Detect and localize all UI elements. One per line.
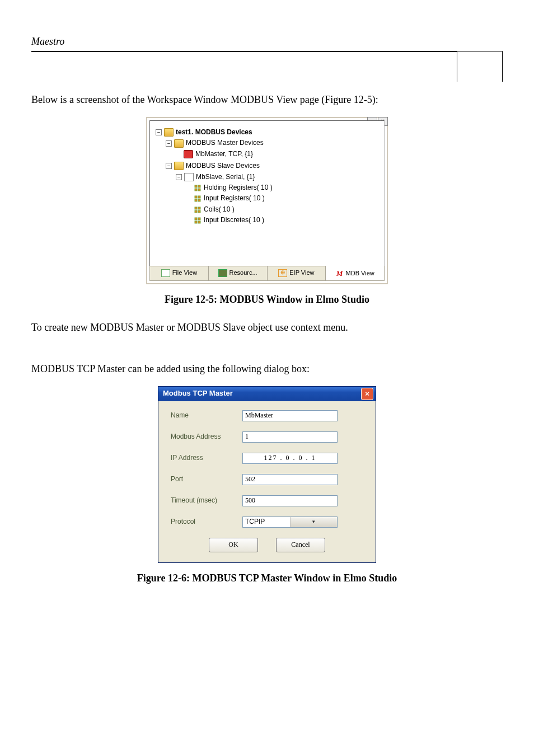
eip-icon: ⊕ [278, 269, 287, 277]
tab-mdb-view[interactable]: MMDB View [326, 266, 384, 280]
tab-resource-view[interactable]: Resourc... [209, 266, 268, 280]
tree-root[interactable]: test1. MODBUS Devices [176, 128, 252, 137]
protocol-select[interactable]: TCPIP ▼ [242, 516, 338, 528]
resource-icon [218, 269, 227, 277]
label-modbus-address: Modbus Address [171, 432, 242, 442]
ip-address-field[interactable]: 127 . 0 . 0 . 1 [242, 453, 338, 464]
svg-rect-9 [198, 207, 200, 209]
folder-open-icon [174, 139, 184, 148]
expand-toggle[interactable]: − [166, 140, 172, 147]
header-rule [31, 51, 503, 52]
tree-holding[interactable]: Holding Registers( 10 ) [204, 183, 273, 192]
page-number-box [457, 51, 503, 82]
ok-button[interactable]: OK [209, 538, 258, 552]
page-icon [184, 173, 194, 181]
folder-open-icon [164, 128, 174, 137]
dialog-titlebar: Modbus TCP Master × [158, 387, 376, 401]
svg-rect-2 [195, 189, 197, 191]
svg-rect-10 [195, 210, 197, 213]
dialog-title: Modbus TCP Master [163, 388, 233, 399]
svg-rect-15 [198, 221, 200, 223]
label-protocol: Protocol [171, 517, 242, 527]
paragraph-dialog-intro: MODBUS TCP Master can be added using the… [31, 361, 503, 376]
modbus-tcp-master-dialog: Modbus TCP Master × Name Modbus Address … [158, 386, 376, 563]
port-field[interactable] [242, 474, 338, 485]
intro-text: Below is a screenshot of the Workspace W… [31, 92, 503, 107]
svg-rect-3 [198, 189, 200, 191]
figure-caption-1: Figure 12-5: MODBUS Window in Elmo Studi… [31, 292, 503, 307]
expand-toggle[interactable]: − [176, 174, 182, 180]
svg-rect-1 [198, 185, 200, 187]
cancel-button[interactable]: Cancel [276, 538, 325, 552]
tree-slave-item[interactable]: MbSlave, Serial, {1} [196, 172, 255, 182]
chevron-down-icon: ▼ [290, 517, 338, 527]
svg-rect-7 [198, 199, 200, 201]
tab-label: MDB View [346, 269, 374, 278]
register-icon [194, 217, 202, 224]
name-field[interactable] [242, 410, 338, 421]
tree-input-reg[interactable]: Input Registers( 10 ) [204, 194, 265, 203]
protocol-value: TCPIP [243, 517, 290, 527]
page-header-title: Maestro [31, 36, 503, 48]
register-icon [194, 184, 202, 192]
tab-file-view[interactable]: File View [150, 266, 209, 280]
workspace-window: ▴ × − test1. MODBUS Devices − [146, 117, 388, 284]
tab-eip-view[interactable]: ⊕EIP View [268, 266, 326, 280]
tree-slave-folder[interactable]: MODBUS Slave Devices [186, 161, 260, 171]
svg-rect-6 [195, 199, 197, 201]
label-ip-address: IP Address [171, 453, 242, 463]
tree-master-folder[interactable]: MODBUS Master Devices [186, 138, 264, 148]
tree-coils[interactable]: Coils( 10 ) [204, 205, 235, 214]
tab-label: EIP View [289, 269, 314, 278]
svg-rect-13 [198, 218, 200, 220]
tree-input-disc[interactable]: Input Discretes( 10 ) [204, 215, 264, 225]
mdb-icon: M [336, 270, 344, 277]
label-port: Port [171, 475, 242, 484]
svg-rect-4 [195, 196, 197, 198]
paragraph-context-menu: To create new MODBUS Master or MODBUS Sl… [31, 320, 503, 335]
folder-open-icon [174, 162, 184, 170]
expand-toggle[interactable]: − [166, 163, 172, 169]
close-icon[interactable]: × [361, 388, 373, 400]
label-name: Name [171, 411, 242, 420]
svg-rect-0 [195, 185, 197, 187]
svg-rect-5 [198, 196, 200, 198]
svg-rect-11 [198, 210, 200, 213]
view-tabs: File View Resourc... ⊕EIP View MMDB View [149, 266, 385, 281]
page-icon [161, 269, 170, 277]
svg-rect-8 [195, 207, 197, 209]
expand-toggle[interactable]: − [156, 129, 162, 135]
tab-label: Resourc... [229, 269, 257, 278]
svg-rect-12 [195, 218, 197, 220]
device-icon [184, 150, 193, 158]
svg-rect-14 [195, 221, 197, 223]
register-icon [194, 206, 202, 214]
label-timeout: Timeout (msec) [171, 496, 242, 505]
modbus-tree: − test1. MODBUS Devices − MODBUS Master … [156, 128, 381, 229]
tree-master-item[interactable]: MbMaster, TCP, {1} [195, 149, 253, 159]
modbus-address-field[interactable] [242, 431, 338, 443]
figure-caption-2: Figure 12-6: MODBUS TCP Master Window in… [31, 571, 503, 585]
tab-label: File View [172, 269, 197, 278]
timeout-field[interactable] [242, 495, 338, 506]
register-icon [194, 195, 202, 203]
